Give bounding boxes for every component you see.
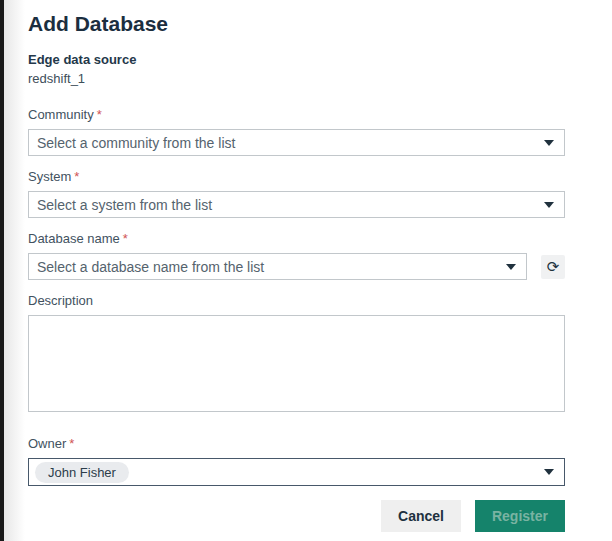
- system-label: System*: [28, 169, 565, 185]
- add-database-dialog: Add Database Edge data source redshift_1…: [28, 12, 565, 532]
- system-placeholder: Select a system from the list: [37, 197, 212, 213]
- owner-select[interactable]: John Fisher: [28, 458, 565, 486]
- required-asterisk: *: [97, 107, 102, 122]
- cancel-button[interactable]: Cancel: [381, 500, 461, 532]
- register-button[interactable]: Register: [475, 500, 565, 532]
- dialog-title: Add Database: [28, 12, 565, 36]
- community-select[interactable]: Select a community from the list: [28, 129, 565, 156]
- description-textarea[interactable]: [28, 315, 565, 412]
- required-asterisk: *: [69, 436, 74, 451]
- edge-data-source-label: Edge data source: [28, 52, 565, 68]
- community-field: Community* Select a community from the l…: [28, 107, 565, 156]
- owner-field: Owner* John Fisher: [28, 436, 565, 486]
- chevron-down-icon: [544, 202, 554, 208]
- chevron-down-icon: [506, 264, 516, 270]
- required-asterisk: *: [74, 169, 79, 184]
- description-label: Description: [28, 293, 565, 309]
- refresh-button[interactable]: ⟳: [541, 255, 565, 279]
- dialog-shadow: [4, 0, 25, 541]
- dialog-footer: Cancel Register: [28, 500, 565, 532]
- refresh-icon: ⟳: [547, 258, 560, 275]
- description-field: Description: [28, 293, 565, 412]
- database-name-placeholder: Select a database name from the list: [37, 259, 264, 275]
- owner-chip[interactable]: John Fisher: [35, 462, 129, 483]
- chevron-down-icon: [544, 469, 554, 475]
- system-field: System* Select a system from the list: [28, 169, 565, 218]
- required-asterisk: *: [123, 231, 128, 246]
- edge-data-source-value: redshift_1: [28, 71, 565, 87]
- owner-label: Owner*: [28, 436, 565, 452]
- database-name-label: Database name*: [28, 231, 565, 247]
- system-select[interactable]: Select a system from the list: [28, 191, 565, 218]
- database-name-row: Select a database name from the list ⟳: [28, 253, 565, 280]
- community-label: Community*: [28, 107, 565, 123]
- database-name-select[interactable]: Select a database name from the list: [28, 253, 527, 280]
- community-placeholder: Select a community from the list: [37, 135, 235, 151]
- edge-data-source-block: Edge data source redshift_1: [28, 52, 565, 87]
- database-name-field: Database name* Select a database name fr…: [28, 231, 565, 280]
- chevron-down-icon: [544, 140, 554, 146]
